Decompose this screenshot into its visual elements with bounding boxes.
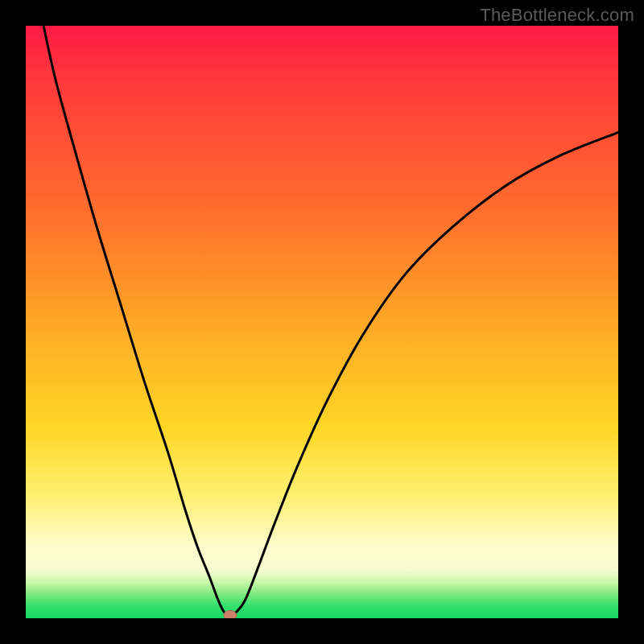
optimum-marker [224, 610, 237, 618]
watermark-text: TheBottleneck.com [480, 5, 634, 26]
curve-layer [26, 26, 618, 618]
bottleneck-curve [43, 26, 618, 615]
chart-frame: TheBottleneck.com [0, 0, 644, 644]
plot-area [26, 26, 618, 618]
